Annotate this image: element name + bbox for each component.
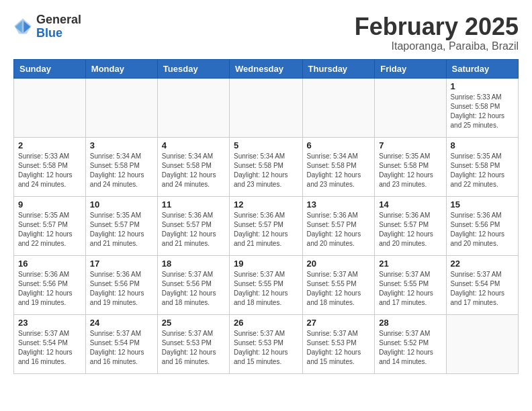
day-number: 22 bbox=[451, 259, 514, 269]
calendar-cell: 13Sunrise: 5:36 AM Sunset: 5:57 PM Dayli… bbox=[302, 196, 375, 255]
day-info: Sunrise: 5:35 AM Sunset: 5:57 PM Dayligh… bbox=[90, 211, 153, 248]
day-info: Sunrise: 5:34 AM Sunset: 5:58 PM Dayligh… bbox=[234, 152, 298, 189]
day-info: Sunrise: 5:36 AM Sunset: 5:57 PM Dayligh… bbox=[307, 211, 371, 248]
day-info: Sunrise: 5:35 AM Sunset: 5:58 PM Dayligh… bbox=[379, 152, 441, 189]
calendar-cell: 20Sunrise: 5:37 AM Sunset: 5:55 PM Dayli… bbox=[302, 255, 375, 314]
day-number: 7 bbox=[379, 140, 441, 150]
day-number: 10 bbox=[90, 199, 153, 210]
day-info: Sunrise: 5:36 AM Sunset: 5:56 PM Dayligh… bbox=[90, 270, 153, 308]
logo-icon bbox=[13, 17, 32, 36]
day-header-friday: Friday bbox=[375, 59, 446, 78]
calendar-body: 1Sunrise: 5:33 AM Sunset: 5:58 PM Daylig… bbox=[14, 78, 519, 373]
calendar-cell bbox=[446, 314, 518, 373]
calendar-cell: 26Sunrise: 5:37 AM Sunset: 5:53 PM Dayli… bbox=[230, 314, 303, 373]
day-info: Sunrise: 5:37 AM Sunset: 5:53 PM Dayligh… bbox=[162, 329, 225, 367]
day-info: Sunrise: 5:34 AM Sunset: 5:58 PM Dayligh… bbox=[307, 152, 371, 189]
day-info: Sunrise: 5:37 AM Sunset: 5:54 PM Dayligh… bbox=[90, 329, 153, 367]
day-info: Sunrise: 5:34 AM Sunset: 5:58 PM Dayligh… bbox=[90, 152, 153, 189]
day-number: 9 bbox=[18, 199, 81, 210]
calendar-cell bbox=[85, 78, 157, 137]
calendar-cell: 21Sunrise: 5:37 AM Sunset: 5:55 PM Dayli… bbox=[375, 255, 446, 314]
month-title: February 2025 bbox=[355, 13, 519, 40]
day-header-thursday: Thursday bbox=[302, 59, 375, 78]
day-number: 20 bbox=[307, 259, 371, 269]
calendar-header: SundayMondayTuesdayWednesdayThursdayFrid… bbox=[14, 59, 519, 78]
day-info: Sunrise: 5:35 AM Sunset: 5:57 PM Dayligh… bbox=[18, 211, 81, 248]
calendar-cell: 5Sunrise: 5:34 AM Sunset: 5:58 PM Daylig… bbox=[230, 137, 303, 196]
calendar-cell: 14Sunrise: 5:36 AM Sunset: 5:57 PM Dayli… bbox=[375, 196, 446, 255]
calendar-cell: 6Sunrise: 5:34 AM Sunset: 5:58 PM Daylig… bbox=[302, 137, 375, 196]
week-row-2: 9Sunrise: 5:35 AM Sunset: 5:57 PM Daylig… bbox=[14, 196, 519, 255]
calendar-cell: 1Sunrise: 5:33 AM Sunset: 5:58 PM Daylig… bbox=[446, 78, 518, 137]
header-row: SundayMondayTuesdayWednesdayThursdayFrid… bbox=[14, 59, 519, 78]
day-number: 14 bbox=[379, 199, 441, 210]
day-number: 16 bbox=[18, 259, 81, 269]
calendar-cell: 23Sunrise: 5:37 AM Sunset: 5:54 PM Dayli… bbox=[14, 314, 86, 373]
day-info: Sunrise: 5:36 AM Sunset: 5:56 PM Dayligh… bbox=[18, 270, 81, 308]
day-info: Sunrise: 5:33 AM Sunset: 5:58 PM Dayligh… bbox=[451, 93, 514, 130]
day-number: 23 bbox=[18, 318, 81, 328]
title-section: February 2025 Itaporanga, Paraiba, Brazi… bbox=[355, 13, 519, 52]
day-info: Sunrise: 5:33 AM Sunset: 5:58 PM Dayligh… bbox=[18, 152, 81, 189]
day-number: 21 bbox=[379, 259, 441, 269]
calendar-cell: 10Sunrise: 5:35 AM Sunset: 5:57 PM Dayli… bbox=[85, 196, 157, 255]
calendar-cell: 8Sunrise: 5:35 AM Sunset: 5:58 PM Daylig… bbox=[446, 137, 518, 196]
calendar-cell bbox=[14, 78, 86, 137]
logo: General Blue bbox=[13, 13, 81, 40]
calendar-cell bbox=[302, 78, 375, 137]
calendar-cell bbox=[375, 78, 446, 137]
day-number: 11 bbox=[162, 199, 225, 210]
day-number: 6 bbox=[307, 140, 371, 150]
day-number: 26 bbox=[234, 318, 298, 328]
calendar-cell bbox=[230, 78, 303, 137]
day-info: Sunrise: 5:37 AM Sunset: 5:56 PM Dayligh… bbox=[162, 270, 225, 308]
day-info: Sunrise: 5:37 AM Sunset: 5:55 PM Dayligh… bbox=[379, 270, 441, 308]
calendar-cell: 11Sunrise: 5:36 AM Sunset: 5:57 PM Dayli… bbox=[157, 196, 229, 255]
day-header-wednesday: Wednesday bbox=[230, 59, 303, 78]
location-subtitle: Itaporanga, Paraiba, Brazil bbox=[355, 40, 519, 52]
logo-blue-text: Blue bbox=[36, 27, 81, 40]
day-number: 4 bbox=[162, 140, 225, 150]
day-info: Sunrise: 5:36 AM Sunset: 5:57 PM Dayligh… bbox=[162, 211, 225, 248]
day-info: Sunrise: 5:35 AM Sunset: 5:58 PM Dayligh… bbox=[451, 152, 514, 189]
calendar-cell: 12Sunrise: 5:36 AM Sunset: 5:57 PM Dayli… bbox=[230, 196, 303, 255]
day-info: Sunrise: 5:36 AM Sunset: 5:57 PM Dayligh… bbox=[234, 211, 298, 248]
calendar-cell: 16Sunrise: 5:36 AM Sunset: 5:56 PM Dayli… bbox=[14, 255, 86, 314]
day-header-saturday: Saturday bbox=[446, 59, 518, 78]
day-number: 19 bbox=[234, 259, 298, 269]
header: General Blue February 2025 Itaporanga, P… bbox=[13, 13, 519, 52]
day-number: 25 bbox=[162, 318, 225, 328]
day-number: 12 bbox=[234, 199, 298, 210]
week-row-3: 16Sunrise: 5:36 AM Sunset: 5:56 PM Dayli… bbox=[14, 255, 519, 314]
calendar-cell: 9Sunrise: 5:35 AM Sunset: 5:57 PM Daylig… bbox=[14, 196, 86, 255]
day-info: Sunrise: 5:37 AM Sunset: 5:54 PM Dayligh… bbox=[451, 270, 514, 308]
calendar-cell: 4Sunrise: 5:34 AM Sunset: 5:58 PM Daylig… bbox=[157, 137, 229, 196]
calendar-cell: 28Sunrise: 5:37 AM Sunset: 5:52 PM Dayli… bbox=[375, 314, 446, 373]
day-number: 18 bbox=[162, 259, 225, 269]
calendar-cell: 24Sunrise: 5:37 AM Sunset: 5:54 PM Dayli… bbox=[85, 314, 157, 373]
day-number: 13 bbox=[307, 199, 371, 210]
calendar-cell: 7Sunrise: 5:35 AM Sunset: 5:58 PM Daylig… bbox=[375, 137, 446, 196]
day-info: Sunrise: 5:37 AM Sunset: 5:53 PM Dayligh… bbox=[307, 329, 371, 367]
week-row-0: 1Sunrise: 5:33 AM Sunset: 5:58 PM Daylig… bbox=[14, 78, 519, 137]
calendar-cell: 18Sunrise: 5:37 AM Sunset: 5:56 PM Dayli… bbox=[157, 255, 229, 314]
day-header-tuesday: Tuesday bbox=[157, 59, 229, 78]
calendar-table: SundayMondayTuesdayWednesdayThursdayFrid… bbox=[13, 59, 519, 374]
day-header-monday: Monday bbox=[85, 59, 157, 78]
calendar-cell: 19Sunrise: 5:37 AM Sunset: 5:55 PM Dayli… bbox=[230, 255, 303, 314]
day-number: 2 bbox=[18, 140, 81, 150]
day-info: Sunrise: 5:37 AM Sunset: 5:55 PM Dayligh… bbox=[234, 270, 298, 308]
calendar-cell: 15Sunrise: 5:36 AM Sunset: 5:56 PM Dayli… bbox=[446, 196, 518, 255]
day-info: Sunrise: 5:37 AM Sunset: 5:53 PM Dayligh… bbox=[234, 329, 298, 367]
day-number: 15 bbox=[451, 199, 514, 210]
day-number: 17 bbox=[90, 259, 153, 269]
week-row-1: 2Sunrise: 5:33 AM Sunset: 5:58 PM Daylig… bbox=[14, 137, 519, 196]
logo-general-text: General bbox=[36, 13, 81, 27]
day-info: Sunrise: 5:36 AM Sunset: 5:57 PM Dayligh… bbox=[379, 211, 441, 248]
calendar-cell: 17Sunrise: 5:36 AM Sunset: 5:56 PM Dayli… bbox=[85, 255, 157, 314]
day-info: Sunrise: 5:37 AM Sunset: 5:55 PM Dayligh… bbox=[307, 270, 371, 308]
calendar-cell: 22Sunrise: 5:37 AM Sunset: 5:54 PM Dayli… bbox=[446, 255, 518, 314]
calendar-cell: 2Sunrise: 5:33 AM Sunset: 5:58 PM Daylig… bbox=[14, 137, 86, 196]
day-number: 28 bbox=[379, 318, 441, 328]
day-number: 1 bbox=[451, 81, 514, 91]
